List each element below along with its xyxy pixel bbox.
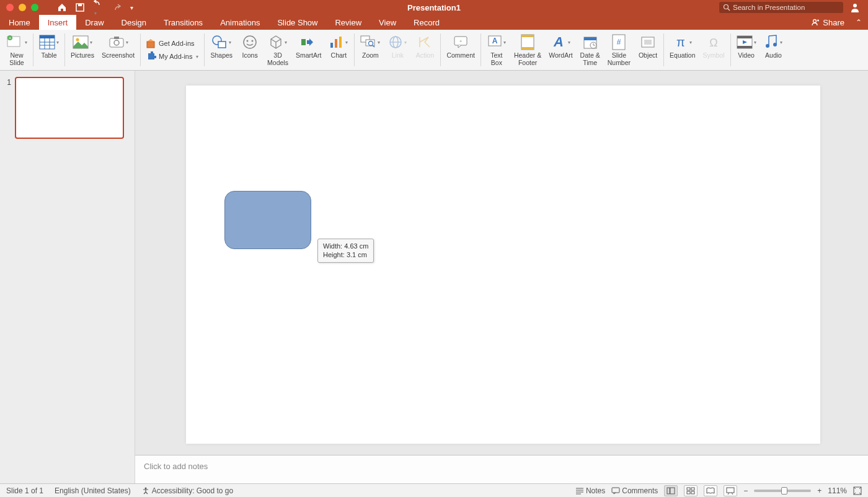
tab-animations[interactable]: Animations xyxy=(211,15,268,30)
tab-review[interactable]: Review xyxy=(326,15,370,30)
svg-rect-27 xyxy=(330,43,333,48)
video-button[interactable]: ▾ Video xyxy=(733,31,760,69)
zoom-level[interactable]: 111% xyxy=(828,486,847,495)
object-button[interactable]: Object xyxy=(634,31,662,69)
get-addins-button[interactable]: Get Add-ins xyxy=(143,38,202,49)
screenshot-button[interactable]: ▾ Screenshot xyxy=(98,31,138,69)
link-button[interactable]: ▾ Link xyxy=(384,31,411,69)
slide[interactable]: Width: 4.63 cm Height: 3.1 cm xyxy=(186,86,820,444)
reading-view-button[interactable] xyxy=(704,485,717,496)
date-time-button[interactable]: Date & Time xyxy=(577,31,604,69)
icons-button[interactable]: Icons xyxy=(236,31,264,69)
tab-transitions[interactable]: Transitions xyxy=(155,15,211,30)
share-button[interactable]: Share xyxy=(812,18,844,27)
tab-view[interactable]: View xyxy=(370,15,405,30)
qat-customize[interactable]: ▾ xyxy=(130,4,133,11)
svg-rect-18 xyxy=(114,37,119,39)
svg-rect-43 xyxy=(521,47,534,50)
svg-point-2 xyxy=(724,5,728,9)
svg-point-60 xyxy=(773,43,777,46)
svg-rect-68 xyxy=(670,488,675,494)
tab-slideshow[interactable]: Slide Show xyxy=(268,15,326,30)
window-controls xyxy=(0,4,38,11)
zoom-in-button[interactable]: + xyxy=(817,486,822,495)
workspace: 1 Width: 4.63 cm Height: 3.1 cm xyxy=(0,71,868,483)
fit-to-window-button[interactable] xyxy=(853,486,862,495)
tab-design[interactable]: Design xyxy=(113,15,155,30)
new-slide-button[interactable]: +▾ New Slide xyxy=(2,31,31,69)
svg-rect-53 xyxy=(644,40,652,45)
chart-button[interactable]: ▾ Chart xyxy=(325,31,352,69)
undo-icon[interactable]: ▾ xyxy=(93,0,103,17)
slide-canvas-area[interactable]: Width: 4.63 cm Height: 3.1 cm xyxy=(135,71,868,483)
search-icon xyxy=(723,4,730,11)
tab-draw[interactable]: Draw xyxy=(76,15,112,30)
svg-point-59 xyxy=(766,44,769,48)
collapse-ribbon-button[interactable]: ⌃ xyxy=(856,18,862,27)
table-button[interactable]: ▾ Table xyxy=(35,31,63,69)
svg-point-5 xyxy=(813,20,817,23)
my-addins-button[interactable]: My Add-ins▾ xyxy=(143,51,202,62)
rounded-rectangle-shape[interactable] xyxy=(224,191,311,249)
normal-view-button[interactable] xyxy=(664,485,678,496)
save-icon[interactable] xyxy=(76,3,84,12)
action-button[interactable]: Action xyxy=(411,31,438,69)
svg-rect-1 xyxy=(78,4,82,6)
slideshow-view-button[interactable] xyxy=(724,485,737,496)
zoom-out-button[interactable]: − xyxy=(743,486,748,495)
header-footer-button[interactable]: Header & Footer xyxy=(510,31,545,69)
3d-models-button[interactable]: ▾ 3D Models xyxy=(264,31,292,69)
tooltip-width: Width: 4.63 cm xyxy=(323,242,368,250)
notes-toggle[interactable]: Notes xyxy=(575,486,605,495)
quick-access-toolbar: ▾ ▾ xyxy=(57,0,133,17)
svg-text:+: + xyxy=(9,35,12,41)
svg-text:#: # xyxy=(617,38,621,46)
svg-point-24 xyxy=(247,40,249,42)
svg-rect-29 xyxy=(339,37,342,48)
svg-rect-58 xyxy=(737,46,752,48)
zoom-button[interactable]: ▾ Zoom xyxy=(356,31,384,69)
smartart-button[interactable]: SmartArt xyxy=(292,31,325,69)
svg-rect-10 xyxy=(40,35,55,38)
svg-rect-66 xyxy=(612,488,619,493)
zoom-slider[interactable] xyxy=(754,490,811,492)
close-window-button[interactable] xyxy=(6,4,14,11)
comments-toggle[interactable]: Comments xyxy=(611,486,658,495)
shapes-button[interactable]: ▾ Shapes xyxy=(206,31,236,69)
symbol-button[interactable]: Ω Symbol xyxy=(699,31,728,69)
equation-button[interactable]: π▾ Equation xyxy=(666,31,699,69)
search-input[interactable] xyxy=(733,4,839,11)
thumbnail-preview[interactable] xyxy=(15,77,124,139)
status-accessibility[interactable]: Accessibility: Good to go xyxy=(142,486,233,495)
svg-text:A: A xyxy=(492,37,498,45)
text-box-button[interactable]: A▾ Text Box xyxy=(483,31,510,69)
thumbnail-number: 1 xyxy=(2,77,11,87)
notes-pane[interactable]: Click to add notes xyxy=(135,455,868,483)
tab-record[interactable]: Record xyxy=(405,15,448,30)
svg-point-61 xyxy=(144,487,146,489)
notes-placeholder: Click to add notes xyxy=(144,462,208,471)
pictures-button[interactable]: ▾ Pictures xyxy=(67,31,98,69)
search-box[interactable] xyxy=(719,2,843,13)
thumbnail-item[interactable]: 1 xyxy=(2,77,128,139)
accessibility-icon xyxy=(142,487,149,495)
minimize-window-button[interactable] xyxy=(19,4,26,11)
wordart-button[interactable]: A▾ WordArt xyxy=(545,31,576,69)
slide-number-button[interactable]: # Slide Number xyxy=(604,31,634,69)
redo-icon[interactable] xyxy=(112,3,122,12)
svg-rect-28 xyxy=(335,39,337,48)
tab-home[interactable]: Home xyxy=(0,15,39,30)
maximize-window-button[interactable] xyxy=(31,4,38,11)
svg-text:Ω: Ω xyxy=(709,37,717,49)
status-slide[interactable]: Slide 1 of 1 xyxy=(6,486,43,495)
user-avatar[interactable] xyxy=(849,2,861,13)
status-language[interactable]: English (United States) xyxy=(55,486,131,495)
slide-thumbnails-panel[interactable]: 1 xyxy=(0,71,135,483)
slide-sorter-view-button[interactable] xyxy=(684,485,698,496)
tab-insert[interactable]: Insert xyxy=(39,15,77,30)
home-icon[interactable] xyxy=(57,2,67,12)
status-bar: Slide 1 of 1 English (United States) Acc… xyxy=(0,483,868,497)
comment-button[interactable]: + Comment xyxy=(443,31,479,69)
audio-button[interactable]: ▾ Audio xyxy=(760,31,787,69)
svg-rect-22 xyxy=(218,42,226,48)
